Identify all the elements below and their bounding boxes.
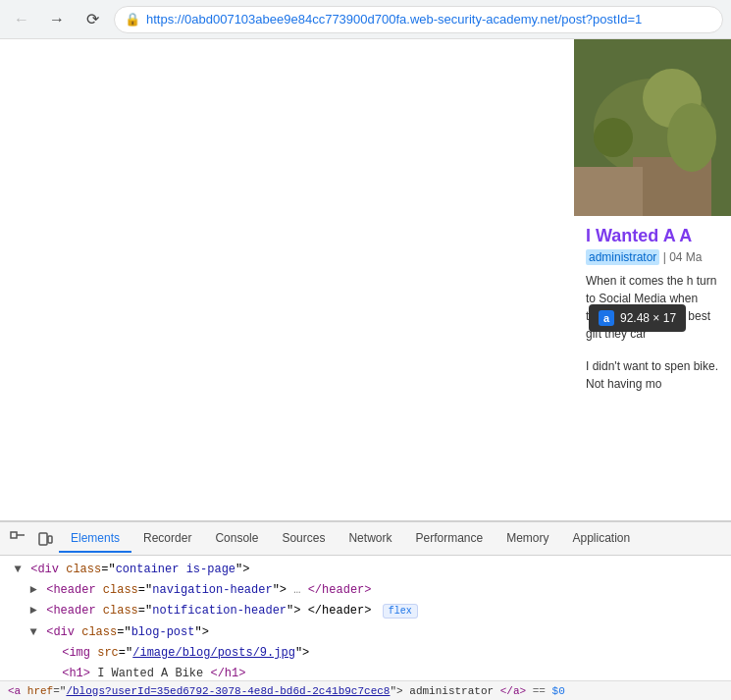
code-line-2[interactable]: ► <header class="navigation-header"> … <…: [0, 580, 731, 601]
code-line-6[interactable]: ► <h1> I Wanted A Bike </h1>: [0, 664, 731, 680]
right-pane: I Wanted A A administrator | 04 Ma When …: [574, 39, 731, 520]
expand-triangle-1[interactable]: ▼: [12, 561, 24, 579]
code-line-5[interactable]: ► <img src="/image/blog/posts/9.jpg">: [0, 643, 731, 664]
left-pane: [0, 39, 574, 520]
tab-application[interactable]: Application: [561, 525, 643, 553]
code-line-4[interactable]: ▼ <div class="blog-post">: [0, 622, 731, 643]
page-content: I Wanted A A administrator | 04 Ma When …: [0, 39, 731, 520]
expand-triangle-2[interactable]: ►: [27, 581, 39, 600]
tooltip-size: 92.48 × 17: [620, 311, 676, 325]
svg-rect-7: [11, 532, 17, 538]
browser-chrome: ← → ⟳ 🔒 https://0abd007103abee9e84cc7739…: [0, 0, 731, 39]
blog-meta: administrator | 04 Ma: [586, 250, 719, 264]
tab-memory[interactable]: Memory: [495, 525, 560, 553]
svg-point-6: [594, 118, 633, 157]
security-icon: 🔒: [125, 12, 140, 27]
status-text: <a href="/blogs?userId=35ed6792-3078-4e8…: [8, 685, 565, 697]
reload-button[interactable]: ⟳: [78, 6, 106, 33]
url-display: https://0abd007103abee9e84cc773900d700fa…: [146, 12, 642, 27]
blog-title: I Wanted A A: [586, 226, 719, 246]
expand-triangle-3[interactable]: ►: [27, 602, 39, 620]
blog-image: [574, 39, 731, 216]
tab-elements[interactable]: Elements: [59, 525, 131, 553]
status-bar: <a href="/blogs?userId=35ed6792-3078-4e8…: [0, 680, 731, 700]
browser-body: I Wanted A A administrator | 04 Ma When …: [0, 39, 731, 700]
forward-button[interactable]: →: [43, 6, 71, 33]
expand-triangle-4[interactable]: ▼: [27, 623, 39, 642]
tab-performance[interactable]: Performance: [403, 525, 495, 553]
svg-rect-10: [48, 536, 52, 543]
tooltip-letter: a: [599, 310, 614, 326]
svg-rect-5: [574, 167, 643, 216]
blog-author: administrator: [586, 249, 659, 265]
element-tooltip: a 92.48 × 17: [589, 304, 686, 332]
flex-badge: flex: [383, 604, 418, 619]
devtools-content: ▼ <div class="container is-page"> ► <hea…: [0, 556, 731, 680]
tab-recorder[interactable]: Recorder: [131, 525, 203, 553]
svg-point-4: [667, 103, 716, 172]
tab-network[interactable]: Network: [337, 525, 403, 553]
address-bar[interactable]: 🔒 https://0abd007103abee9e84cc773900d700…: [114, 6, 723, 33]
blog-body-para2: I didn't want to spen bike. Not having m…: [586, 357, 719, 393]
blog-date: | 04 Ma: [663, 250, 703, 264]
devtools-panel: Elements Recorder Console Sources Networ…: [0, 520, 731, 700]
device-toggle-button[interactable]: [31, 525, 59, 553]
tab-sources[interactable]: Sources: [270, 525, 337, 553]
code-line-1[interactable]: ▼ <div class="container is-page">: [0, 560, 731, 580]
svg-rect-9: [39, 533, 47, 545]
element-picker-button[interactable]: [4, 525, 31, 553]
back-button[interactable]: ←: [8, 6, 35, 33]
devtools-tabs: Elements Recorder Console Sources Networ…: [0, 522, 731, 556]
code-line-3[interactable]: ► <header class="notification-header"> <…: [0, 601, 731, 621]
tab-console[interactable]: Console: [203, 525, 270, 553]
url-highlight: https://0abd007103abee9e84cc773900d700fa…: [146, 12, 642, 27]
